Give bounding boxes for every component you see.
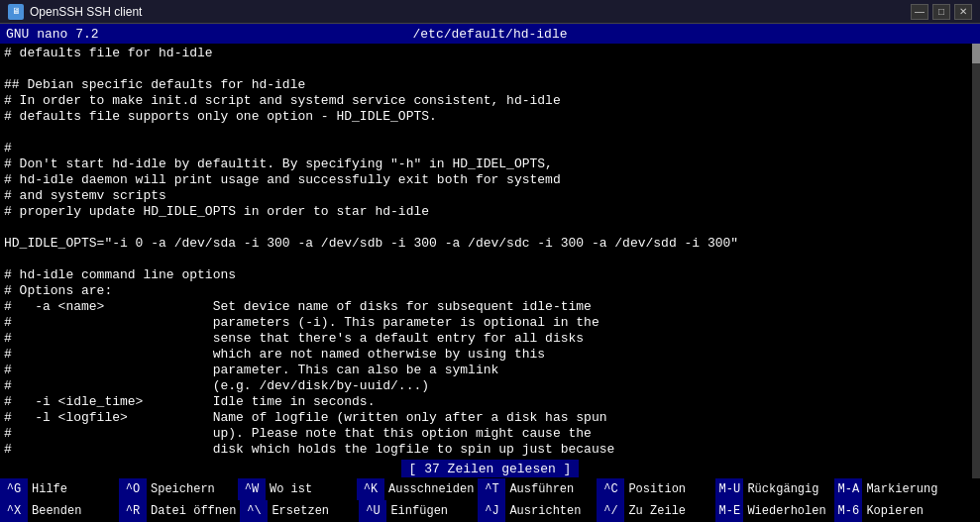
title-bar: 🖥 OpenSSH SSH client — □ ✕ [0, 0, 980, 24]
editor-line: HD_IDLE_OPTS="-i 0 -a /dev/sda -i 300 -a… [4, 236, 976, 252]
editor-line: # sense that there's a default entry for… [4, 331, 976, 347]
shortcut-item[interactable]: ^TAusführen [478, 478, 597, 500]
shortcut-key: ^W [238, 478, 266, 500]
shortcut-key: ^T [478, 478, 505, 500]
shortcut-label: Wo ist [266, 482, 316, 496]
editor-line: # (e.g. /dev/disk/by-uuid/...) [4, 378, 976, 394]
shortcut-label: Rückgängig [743, 482, 822, 496]
shortcut-item[interactable]: ^RDatei öffnen [119, 500, 240, 522]
scrollbar-thumb[interactable] [972, 44, 980, 63]
shortcut-key: ^O [119, 478, 147, 500]
editor-line: # which are not named otherwise by using… [4, 347, 976, 363]
shortcut-label: Position [624, 482, 690, 496]
title-controls: — □ ✕ [911, 4, 972, 20]
editor-line: # -a <name> Set device name of disks for… [4, 299, 976, 315]
shortcut-item[interactable]: M-6Kopieren [834, 500, 953, 522]
editor-line: # and systemv scripts [4, 188, 976, 204]
shortcut-key: ^\ [240, 500, 268, 522]
editor-line: # hd-idle command line options [4, 267, 976, 283]
shortcut-key: ^G [0, 478, 28, 500]
nano-version: GNU nano 7.2 [6, 27, 248, 42]
editor-line: # -i <idle_time> Idle time in seconds. [4, 394, 976, 410]
shortcut-item[interactable]: M-URückgängig [715, 478, 834, 500]
editor-line: # In order to make init.d script and sys… [4, 93, 976, 109]
shortcut-item[interactable]: ^UEinfügen [359, 500, 478, 522]
status-bar: [ 37 Zeilen gelesen ] [0, 459, 980, 478]
editor-line [4, 61, 976, 77]
shortcut-label: Zu Zeile [624, 504, 690, 518]
shortcut-key: M-6 [834, 500, 862, 522]
shortcut-item[interactable]: ^JAusrichten [478, 500, 597, 522]
editor-line: # [4, 141, 976, 157]
shortcut-key: ^/ [597, 500, 624, 522]
shortcut-label: Kopieren [862, 504, 927, 518]
title-bar-left: 🖥 OpenSSH SSH client [8, 4, 142, 20]
editor-line: # -l <logfile> Name of logfile (written … [4, 410, 976, 426]
nano-filename: /etc/default/hd-idle [248, 27, 732, 42]
editor-line: # properly update HD_IDLE_OPTS in order … [4, 204, 976, 220]
shortcut-label: Speichern [147, 482, 219, 496]
editor-line [4, 220, 976, 236]
shortcut-item[interactable]: ^GHilfe [0, 478, 119, 500]
status-message: [ 37 Zeilen gelesen ] [401, 460, 580, 477]
shortcut-key: M-U [715, 478, 743, 500]
shortcut-label: Ausführen [505, 482, 578, 496]
window-title: OpenSSH SSH client [30, 5, 142, 19]
editor-line: # disk which holds the logfile to spin u… [4, 442, 976, 458]
shortcut-item[interactable]: ^XBeenden [0, 500, 119, 522]
shortcut-key: ^C [597, 478, 624, 500]
shortcut-item[interactable]: ^\Ersetzen [240, 500, 359, 522]
shortcut-item[interactable]: M-EWiederholen [715, 500, 834, 522]
shortcut-key: ^K [357, 478, 384, 500]
editor-line: # hd-idle daemon will print usage and su… [4, 172, 976, 188]
shortcut-label: Beenden [28, 504, 85, 518]
maximize-button[interactable]: □ [932, 4, 950, 20]
editor-line: # Don't start hd-idle by defaultit. By s… [4, 157, 976, 172]
editor-area[interactable]: # defaults file for hd-idle ## Debian sp… [0, 44, 980, 459]
shortcut-key: ^X [0, 500, 28, 522]
shortcut-label: Ersetzen [268, 504, 333, 518]
shortcut-key: ^R [119, 500, 147, 522]
editor-line: # parameter. This can also be a symlink [4, 363, 976, 378]
scrollbar[interactable] [972, 44, 980, 478]
shortcut-label: Ausschneiden [384, 482, 478, 496]
editor-line: # up). Please note that this option migh… [4, 426, 976, 442]
shortcut-item[interactable]: ^/Zu Zeile [597, 500, 715, 522]
shortcut-key: M-E [715, 500, 743, 522]
nano-header: GNU nano 7.2 /etc/default/hd-idle [0, 24, 980, 44]
editor-line: # parameters (-i). This parameter is opt… [4, 315, 976, 331]
editor-line [4, 252, 976, 267]
minimize-button[interactable]: — [911, 4, 928, 20]
shortcut-label: Datei öffnen [147, 504, 240, 518]
shortcut-label: Ausrichten [505, 504, 585, 518]
shortcut-key: ^J [478, 500, 505, 522]
shortcut-bar-2: ^XBeenden^RDatei öffnen^\Ersetzen^UEinfü… [0, 500, 980, 522]
shortcut-label: Markierung [862, 482, 941, 496]
editor-line [4, 125, 976, 141]
shortcut-item[interactable]: ^OSpeichern [119, 478, 238, 500]
shortcut-item[interactable]: ^CPosition [597, 478, 715, 500]
shortcut-label: Einfügen [386, 504, 452, 518]
shortcut-label: Wiederholen [743, 504, 829, 518]
shortcut-label: Hilfe [28, 482, 71, 496]
editor-line: ## Debian specific defaults for hd-idle [4, 77, 976, 93]
editor-line: # Options are: [4, 283, 976, 299]
shortcut-item[interactable]: M-AMarkierung [834, 478, 953, 500]
editor-line: # defaults file supports only one option… [4, 109, 976, 125]
editor-line: # defaults file for hd-idle [4, 46, 976, 61]
shortcut-item[interactable]: ^KAusschneiden [357, 478, 478, 500]
shortcut-key: M-A [834, 478, 862, 500]
close-button[interactable]: ✕ [954, 4, 972, 20]
shortcut-bar-1: ^GHilfe^OSpeichern^WWo ist^KAusschneiden… [0, 478, 980, 500]
shortcut-key: ^U [359, 500, 386, 522]
shortcut-item[interactable]: ^WWo ist [238, 478, 357, 500]
app-icon: 🖥 [8, 4, 24, 20]
